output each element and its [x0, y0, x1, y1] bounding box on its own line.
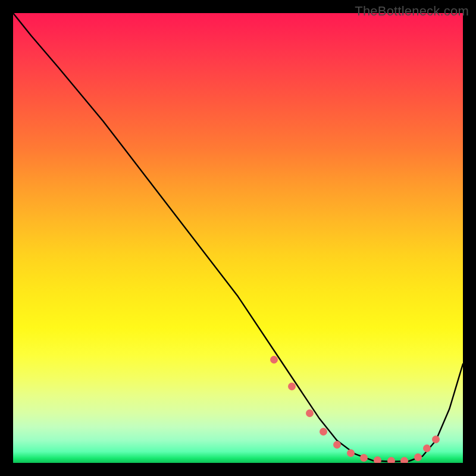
marker-dot [320, 428, 327, 436]
marker-dot [387, 457, 395, 463]
marker-dot [400, 457, 408, 463]
marker-dot [374, 456, 381, 463]
marker-dot [306, 409, 314, 417]
marker-dot [414, 453, 422, 461]
watermark-text: TheBottleneck.com [355, 4, 469, 19]
marker-dot [270, 356, 278, 364]
marker-dot [360, 454, 368, 462]
marker-dot [288, 383, 296, 390]
marker-dot [423, 444, 431, 452]
marker-dot [432, 436, 440, 443]
marker-dot [347, 449, 355, 457]
chart-stage: TheBottleneck.com [0, 0, 476, 476]
plot-area [13, 13, 463, 463]
marker-dots-layer [13, 13, 463, 463]
marker-dot [333, 441, 341, 449]
